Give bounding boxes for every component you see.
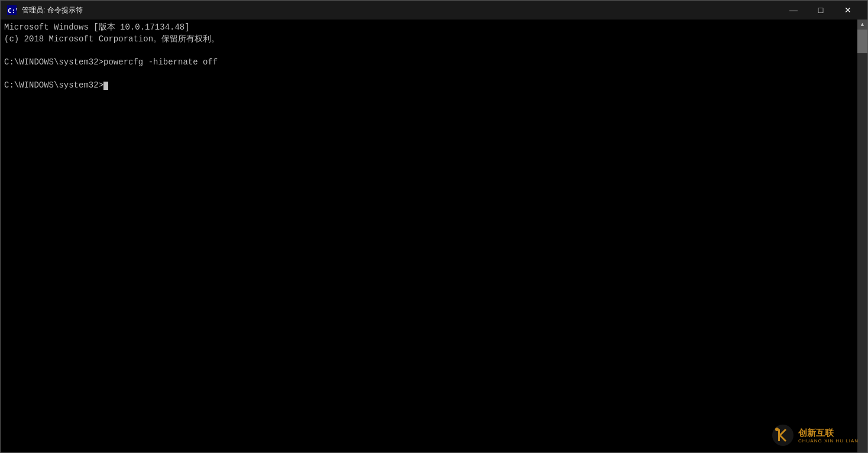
watermark-logo-icon <box>772 425 793 446</box>
console-line-1: Microsoft Windows [版本 10.0.17134.48] <box>4 22 854 34</box>
console-output[interactable]: Microsoft Windows [版本 10.0.17134.48] (c)… <box>1 20 857 452</box>
maximize-button[interactable]: □ <box>807 1 834 20</box>
console-line-cmd: C:\WINDOWS\system32>powercfg -hibernate … <box>4 57 854 69</box>
console-line-blank2 <box>4 68 854 80</box>
svg-point-3 <box>772 425 793 446</box>
console-line-2: (c) 2018 Microsoft Corporation。保留所有权利。 <box>4 34 854 46</box>
window-controls: — □ ✕ <box>780 1 861 20</box>
cursor <box>103 82 108 90</box>
watermark-en-text: CHUANG XIN HU LIAN <box>798 438 859 444</box>
minimize-button[interactable]: — <box>780 1 807 20</box>
scrollbar[interactable]: ▲ <box>857 20 867 452</box>
close-button[interactable]: ✕ <box>834 1 861 20</box>
console-area: Microsoft Windows [版本 10.0.17134.48] (c)… <box>1 20 867 452</box>
cmd-icon: C:\ <box>7 5 17 15</box>
titlebar: C:\ 管理员: 命令提示符 — □ ✕ <box>1 1 867 20</box>
watermark-text-block: 创新互联 CHUANG XIN HU LIAN <box>798 428 859 444</box>
svg-rect-4 <box>778 429 780 441</box>
cmd-window: C:\ 管理员: 命令提示符 — □ ✕ Microsoft Windows [… <box>0 0 868 453</box>
console-prompt-line: C:\WINDOWS\system32> <box>4 80 854 92</box>
watermark: 创新互联 CHUANG XIN HU LIAN <box>772 425 859 446</box>
scroll-thumb[interactable] <box>857 30 867 53</box>
window-title: 管理员: 命令提示符 <box>22 5 780 15</box>
svg-text:C:\: C:\ <box>8 7 17 15</box>
svg-point-7 <box>775 428 779 431</box>
scroll-up-arrow[interactable]: ▲ <box>857 20 867 30</box>
watermark-cn-text: 创新互联 <box>798 428 834 438</box>
console-line-blank1 <box>4 45 854 57</box>
